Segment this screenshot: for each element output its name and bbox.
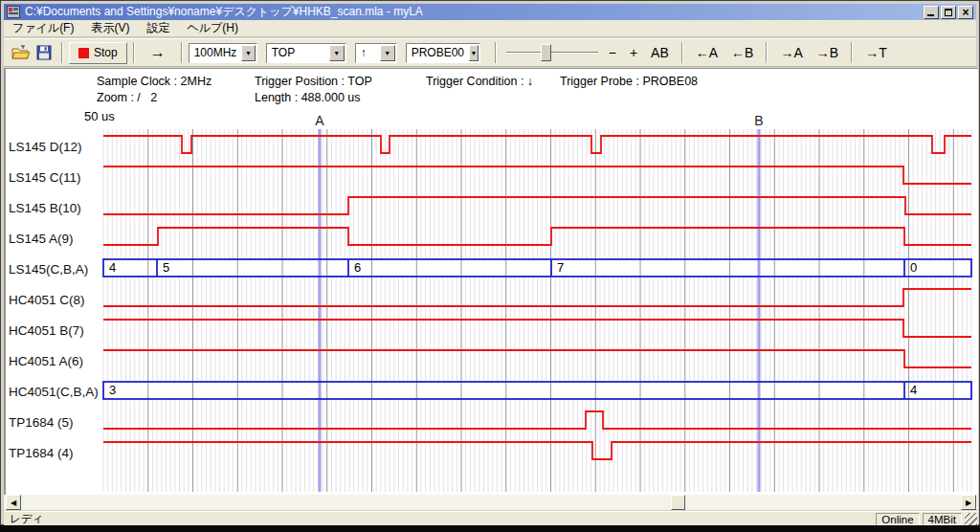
- channel-label: LS145 C(11): [9, 170, 81, 185]
- channel-label: LS145(C,B,A): [9, 262, 88, 277]
- cursor-b-label: B: [754, 113, 763, 128]
- channel-label: TP1684 (4): [9, 446, 74, 460]
- channel-label: HC4051(C,B,A): [9, 385, 99, 399]
- bus-value: 4: [109, 260, 116, 275]
- channel-label: HC4051 A(6): [9, 354, 83, 368]
- status-memory-badge: 4MBit: [923, 513, 962, 525]
- channel-label: LS145 A(9): [9, 232, 74, 246]
- bus-value: 5: [163, 260, 169, 275]
- status-bar: レディ Online 4MBit: [4, 511, 978, 525]
- scroll-right-arrow-icon[interactable]: ▶: [961, 495, 976, 510]
- status-online-badge: Online: [876, 513, 919, 525]
- bus-value: 7: [557, 260, 564, 275]
- status-message: レディ: [4, 512, 876, 526]
- channel-label: LS145 B(10): [9, 201, 81, 215]
- waveform-display[interactable]: ABLS145 D(12)LS145 C(11)LS145 B(10)LS145…: [1, 1, 980, 532]
- channel-label: LS145 D(12): [9, 140, 82, 154]
- bus-value: 6: [354, 260, 361, 275]
- bus-background: [103, 259, 971, 277]
- bus-value: 0: [910, 260, 917, 275]
- channel-label: HC4051 B(7): [9, 323, 84, 338]
- scrollbar-thumb[interactable]: [671, 495, 685, 510]
- channel-label: HC4051 C(8): [9, 293, 85, 307]
- resize-grip[interactable]: [965, 513, 977, 525]
- scroll-left-arrow-icon[interactable]: ◀: [6, 495, 21, 510]
- bus-value: 3: [109, 383, 116, 397]
- channel-label: TP1684 (5): [9, 415, 74, 430]
- bus-background: [103, 382, 971, 399]
- bus-value: 4: [910, 383, 917, 397]
- app-window: C:¥Documents and Settings¥noname¥デスクトップ¥…: [0, 0, 980, 525]
- cursor-a-label: A: [315, 113, 324, 128]
- horizontal-scrollbar[interactable]: ◀ ▶: [4, 495, 978, 510]
